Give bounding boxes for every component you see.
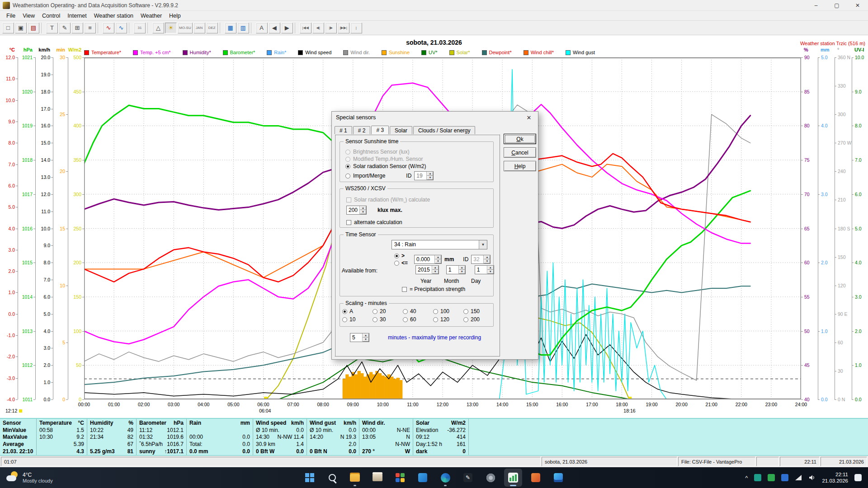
legend-item-wind-dir[interactable]: Wind dir. xyxy=(343,50,370,55)
help-button[interactable]: Help xyxy=(504,161,536,171)
step-back-button[interactable]: ◀| xyxy=(312,23,324,33)
menu-file[interactable]: File xyxy=(3,12,19,20)
scaling-20-radio[interactable]: 20 xyxy=(373,308,403,314)
new-button[interactable]: □ xyxy=(2,23,14,33)
tray-app-blue-icon[interactable] xyxy=(781,474,788,481)
taskbar-start-icon[interactable] xyxy=(301,469,319,487)
tray-app-green-icon[interactable] xyxy=(768,474,775,481)
menu-weather[interactable]: Weather xyxy=(137,12,165,20)
solar-radiation-calc-checkbox[interactable] xyxy=(346,197,351,202)
tray-volume-icon[interactable] xyxy=(808,474,816,481)
legend-item-solar[interactable]: Solar* xyxy=(449,50,470,55)
prev-day-button[interactable]: ◀ xyxy=(269,23,280,33)
menu-weather-station[interactable]: Weather station xyxy=(90,12,137,20)
maximize-button[interactable]: ▢ xyxy=(826,0,847,10)
chart-compare-button[interactable]: ∿ xyxy=(115,23,127,33)
tab-3[interactable]: # 3 xyxy=(371,126,389,135)
close-button[interactable]: ✕ xyxy=(847,0,868,10)
notification-center-icon[interactable] xyxy=(854,474,862,481)
jan-button[interactable]: JAN xyxy=(193,23,205,33)
month-spinner[interactable]: 1▲▼ xyxy=(446,265,466,274)
taskbar-movies-icon[interactable] xyxy=(414,469,432,487)
legend-item-uv[interactable]: UV* xyxy=(421,50,438,55)
legend-item-humidity[interactable]: Humidity* xyxy=(183,50,211,55)
less-equal-radio[interactable] xyxy=(394,261,399,266)
next-day-button[interactable]: ▶ xyxy=(281,23,293,33)
precipitation-strength-checkbox[interactable] xyxy=(402,287,407,292)
alternate-calculation-checkbox[interactable] xyxy=(346,220,351,225)
klux-spinner[interactable]: 200▲▼ xyxy=(346,206,367,215)
taskbar-photos-icon[interactable] xyxy=(549,469,567,487)
solar-radiation-sensor-radio[interactable] xyxy=(345,164,350,169)
taskbar-edge-icon[interactable] xyxy=(436,469,454,487)
scaling-100-radio[interactable]: 100 xyxy=(433,308,463,314)
scaling-200-radio[interactable]: 200 xyxy=(463,316,494,323)
legend-item-barometer[interactable]: Barometer* xyxy=(223,50,255,55)
taskbar-scanner-icon[interactable] xyxy=(368,469,387,487)
scaling-10-radio[interactable]: 10 xyxy=(342,316,373,323)
taskbar-settings-icon[interactable] xyxy=(481,469,500,487)
tray-network-icon[interactable] xyxy=(795,474,802,481)
last-record-button[interactable]: |▶▶| xyxy=(338,23,349,33)
table-view-button[interactable]: ▦ xyxy=(225,23,236,33)
save-button[interactable]: ▣ xyxy=(15,23,27,33)
legend-item-sunshine[interactable]: Sunshine xyxy=(382,50,410,55)
step-forward-button[interactable]: |▶ xyxy=(325,23,337,33)
scaling-30-radio[interactable]: 30 xyxy=(373,316,403,323)
import-merge-radio[interactable] xyxy=(345,174,350,178)
sunshine-id-spinner[interactable]: 19▲▼ xyxy=(414,171,434,180)
sun-today-button[interactable]: ☀ xyxy=(165,23,177,33)
menu-help[interactable]: Help xyxy=(165,12,184,20)
print-button[interactable]: ▤ xyxy=(28,23,39,33)
legend-item-temp-5-cm[interactable]: Temp. +5 cm* xyxy=(133,50,171,55)
ok-button[interactable]: Ok xyxy=(504,134,536,144)
modified-temp-hum-radio[interactable] xyxy=(345,157,350,162)
tab-clouds-solar-energy[interactable]: Clouds / Solar energy xyxy=(413,126,475,135)
taskbar-app-orange-icon[interactable] xyxy=(527,469,545,487)
calendar-31-button[interactable]: 31 xyxy=(134,23,146,33)
legend-item-wind-chill[interactable]: Wind chill* xyxy=(524,50,554,55)
report-button[interactable]: ≡ xyxy=(84,23,96,33)
taskbar-file-explorer-icon[interactable] xyxy=(346,469,364,487)
legend-item-rain[interactable]: Rain* xyxy=(267,50,286,55)
legend-item-wind-speed[interactable]: Wind speed xyxy=(298,50,331,55)
taskbar-search-icon[interactable] xyxy=(323,469,341,487)
text-sensor-button[interactable]: T xyxy=(46,23,58,33)
menu-internet[interactable]: Internet xyxy=(64,12,90,20)
scaling-150-radio[interactable]: 150 xyxy=(463,308,494,314)
day-spinner[interactable]: 1▲▼ xyxy=(475,265,494,274)
tray-clock[interactable]: 22:11 21.03.2026 xyxy=(822,471,848,484)
brightness-sensor-radio[interactable] xyxy=(345,150,350,155)
greater-than-radio[interactable] xyxy=(394,253,399,258)
taskbar-store-icon[interactable] xyxy=(391,469,409,487)
extremes-button[interactable]: △ xyxy=(152,23,164,33)
first-record-button[interactable]: |◀◀ xyxy=(300,23,311,33)
minutes-spinner[interactable]: 5▲▼ xyxy=(350,333,369,342)
scaling-a-radio[interactable]: A xyxy=(342,308,373,314)
edit-chart-button[interactable]: ✎ xyxy=(59,23,71,33)
taskbar-weather-station-app-icon[interactable] xyxy=(504,469,522,487)
minimize-button[interactable]: – xyxy=(806,0,826,10)
legend-item-wind-gust[interactable]: Wind gust xyxy=(566,50,595,55)
legend-item-dewpoint[interactable]: Dewpoint* xyxy=(482,50,512,55)
time-sensor-combobox[interactable]: 34 : Rain▼ xyxy=(392,240,487,249)
mo-su-button[interactable]: MO-SU xyxy=(178,23,193,33)
current-record-button[interactable]: | xyxy=(350,23,362,33)
scaling-120-radio[interactable]: 120 xyxy=(433,316,463,323)
menu-control[interactable]: Control xyxy=(38,12,64,20)
taskbar-paint-icon[interactable]: ✎ xyxy=(459,469,477,487)
table-export-button[interactable]: ▥ xyxy=(237,23,249,33)
copy-button[interactable]: ⊞ xyxy=(71,23,83,33)
tab-solar[interactable]: Solar xyxy=(390,126,412,135)
taskbar-weather-widget[interactable]: 4°C Mostly cloudy xyxy=(0,471,108,484)
tab-2[interactable]: # 2 xyxy=(353,126,371,135)
menu-view[interactable]: View xyxy=(19,12,38,20)
time-sensor-id-spinner[interactable]: 32▲▼ xyxy=(471,255,491,264)
letter-a-button[interactable]: A xyxy=(256,23,268,33)
tray-phonelink-icon[interactable] xyxy=(754,474,761,481)
dialog-close-icon[interactable]: ✕ xyxy=(520,112,538,123)
chart-day-button[interactable]: ∿ xyxy=(103,23,114,33)
legend-item-temperature[interactable]: Temperature* xyxy=(84,50,121,55)
tab-1[interactable]: # 1 xyxy=(335,126,352,135)
scaling-40-radio[interactable]: 40 xyxy=(403,308,433,314)
